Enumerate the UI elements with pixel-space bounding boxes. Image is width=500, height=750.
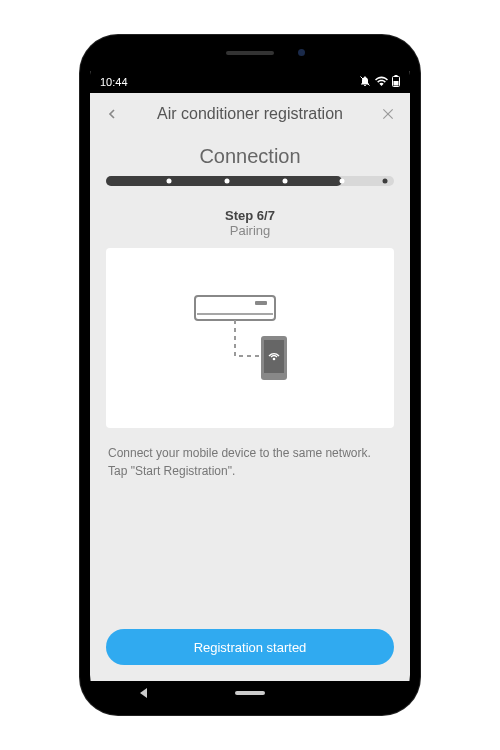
back-button[interactable] [100,102,124,126]
status-bar: 10:44 [90,71,410,93]
svg-rect-6 [195,296,275,320]
nav-back-icon[interactable] [140,688,147,698]
phone-frame: 10:44 Air conditioner reg [80,35,420,715]
status-time: 10:44 [100,76,128,88]
battery-icon [392,75,400,89]
pairing-illustration [175,278,325,398]
step-name: Pairing [106,223,394,238]
svg-rect-10 [264,340,284,373]
nav-home-icon[interactable] [235,691,265,695]
section-title: Connection [106,145,394,168]
speaker-grill [226,51,274,55]
svg-rect-3 [394,81,399,86]
wifi-icon [375,76,388,88]
svg-rect-8 [255,301,267,305]
registration-started-button[interactable]: Registration started [106,629,394,665]
front-camera [298,49,305,56]
progress-step-dot [224,179,229,184]
svg-point-11 [273,358,276,361]
notifications-off-icon [359,75,371,89]
step-counter: Step 6/7 [106,208,394,223]
progress-step-dot [167,179,172,184]
android-nav-bar [90,681,410,705]
instruction-text: Connect your mobile device to the same n… [106,444,394,480]
page-title: Air conditioner registration [132,105,368,123]
close-button[interactable] [376,102,400,126]
progress-bar [106,176,394,186]
progress-step-dot [383,179,388,184]
svg-rect-2 [395,75,398,77]
progress-step-dot [340,179,345,184]
app-header: Air conditioner registration [90,93,410,135]
progress-step-dot [282,179,287,184]
illustration-card [106,248,394,428]
